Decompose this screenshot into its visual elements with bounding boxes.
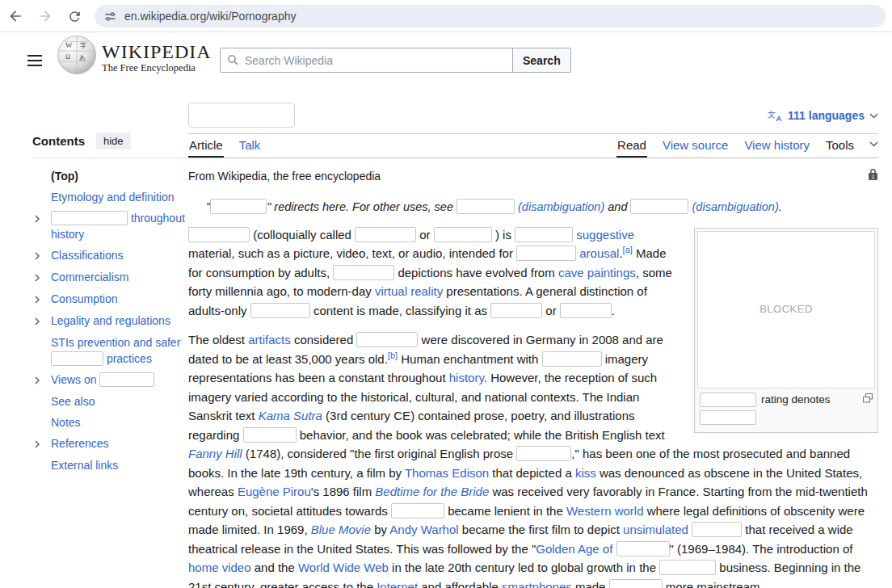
chevron-right-icon[interactable] xyxy=(32,247,51,264)
sidebar-item[interactable]: Legality and regulations xyxy=(32,313,187,330)
redacted-box xyxy=(355,227,416,242)
wiki-link[interactable]: Fanny Hill xyxy=(188,447,242,460)
wiki-link[interactable]: home video xyxy=(188,561,251,574)
sidebar-item-label: (Top) xyxy=(51,168,187,184)
sidebar-item[interactable]: Notes xyxy=(32,414,187,430)
forward-button[interactable] xyxy=(36,7,54,25)
blocked-image[interactable]: BLOCKED xyxy=(697,231,875,388)
tab-tools[interactable]: Tools xyxy=(825,134,855,158)
sidebar-item[interactable]: Classifications xyxy=(32,247,187,264)
hide-button[interactable]: hide xyxy=(96,132,131,149)
redacted-box xyxy=(51,351,103,366)
site-settings-icon[interactable] xyxy=(104,10,116,23)
sidebar-item[interactable]: Commercialism xyxy=(32,269,187,286)
sidebar-item-indent xyxy=(32,334,51,337)
wiki-link[interactable]: smartphones xyxy=(502,580,572,588)
forward-arrow-icon xyxy=(37,8,53,24)
tab-article[interactable]: Article xyxy=(188,134,224,158)
svg-text:あ: あ xyxy=(79,54,86,61)
image-caption: rating denotes xyxy=(697,388,875,430)
reference-link[interactable]: [b] xyxy=(388,351,398,360)
wikipedia-wordmark[interactable]: WIKIPEDIA The Free Encyclopedia xyxy=(102,42,212,74)
sidebar-item-label: throughout history xyxy=(51,210,187,242)
reload-button[interactable] xyxy=(65,7,83,25)
sidebar-item[interactable]: See also xyxy=(32,393,187,410)
hamburger-menu-icon[interactable] xyxy=(27,52,45,69)
search-input-container xyxy=(220,48,513,73)
address-bar[interactable]: en.wikipedia.org/wiki/Pornography xyxy=(95,5,886,27)
article-body: "" redirects here. For other uses, see (… xyxy=(188,198,878,588)
sidebar-item-label: Views on xyxy=(51,372,187,388)
redacted-box xyxy=(99,372,154,387)
tab-read[interactable]: Read xyxy=(616,134,647,158)
wiki-link[interactable]: Andy Warhol xyxy=(389,523,458,536)
redacted-box xyxy=(516,246,576,261)
wiki-link[interactable]: Blue Movie xyxy=(311,523,371,536)
enlarge-icon[interactable] xyxy=(863,393,873,407)
wiki-link[interactable]: Eugène Pirou xyxy=(238,485,311,498)
sidebar-item[interactable]: External links xyxy=(32,457,187,473)
back-button[interactable] xyxy=(6,7,24,25)
sidebar-item[interactable]: STIs prevention and safer practices xyxy=(32,334,187,367)
wiki-link[interactable]: Thomas Edison xyxy=(405,466,489,480)
chevron-down-icon xyxy=(869,113,878,119)
wiki-link[interactable]: suggestive xyxy=(576,228,634,242)
sidebar-item[interactable]: Consumption xyxy=(32,291,187,308)
chevron-right-icon[interactable] xyxy=(32,435,51,452)
caption-row xyxy=(700,410,873,425)
wiki-link[interactable]: history xyxy=(449,371,484,384)
redacted-box xyxy=(188,227,250,242)
browser-window: en.wikipedia.org/wiki/Pornography W 字 Ω … xyxy=(0,0,892,588)
tab-view-source[interactable]: View source xyxy=(662,134,729,158)
chevron-right-icon[interactable] xyxy=(32,372,51,388)
wiki-link[interactable]: World Wide Web xyxy=(298,561,389,574)
tab-talk[interactable]: Talk xyxy=(238,134,262,158)
right-tabs: Read View source View history Tools xyxy=(616,134,878,158)
infobox: BLOCKED rating denotes xyxy=(694,228,878,433)
wiki-link[interactable]: (disambiguation) xyxy=(518,200,604,213)
redacted-box xyxy=(659,560,716,575)
svg-text:A: A xyxy=(776,114,781,122)
languages-button[interactable]: 文A 111 languages xyxy=(768,109,878,122)
wiki-link[interactable]: Golden Age of xyxy=(536,542,612,556)
reference-link[interactable]: [a] xyxy=(623,245,633,254)
wiki-link[interactable]: virtual reality xyxy=(375,284,443,298)
redacted-box xyxy=(490,303,542,318)
chevron-right-icon[interactable] xyxy=(32,269,51,286)
wiki-link[interactable]: arousal xyxy=(579,246,619,260)
sidebar-item-label: Consumption xyxy=(51,291,187,307)
wiki-link[interactable]: unsimulated xyxy=(623,523,688,536)
tab-view-history[interactable]: View history xyxy=(743,134,810,158)
sidebar-item[interactable]: (Top) xyxy=(32,168,187,184)
search-input[interactable] xyxy=(245,54,506,67)
sidebar-item[interactable]: throughout history xyxy=(32,210,187,242)
languages-label: 111 languages xyxy=(788,109,865,122)
chevron-right-icon[interactable] xyxy=(32,210,51,227)
redacted-box xyxy=(560,303,612,318)
search-button[interactable]: Search xyxy=(512,48,571,73)
sidebar-item[interactable]: Views on xyxy=(32,372,187,388)
wiki-link[interactable]: Internet xyxy=(377,580,418,588)
wiki-link[interactable]: (disambiguation) xyxy=(692,200,779,213)
wiki-link[interactable]: kiss xyxy=(575,466,596,480)
reference-sup: [b] xyxy=(388,351,398,360)
wiki-link[interactable]: Bedtime for the Bride xyxy=(375,485,489,498)
wiki-link[interactable]: Kama Sutra xyxy=(259,409,322,422)
redacted-box xyxy=(700,410,756,425)
sidebar-item[interactable]: References xyxy=(32,435,187,452)
sidebar-item[interactable]: Etymology and definition xyxy=(32,189,187,205)
wikipedia-globe-logo[interactable]: W 字 Ω あ xyxy=(57,35,97,75)
redacted-box xyxy=(616,541,670,556)
wiki-link[interactable]: Western world xyxy=(566,504,644,518)
wiki-link[interactable]: artifacts xyxy=(248,333,291,346)
redacted-box xyxy=(700,393,756,407)
chevron-right-icon[interactable] xyxy=(32,313,51,330)
redacted-box xyxy=(542,351,602,367)
contents-header: Contents hide xyxy=(32,132,187,158)
redacted-box xyxy=(333,265,394,280)
page-protection-lock-icon[interactable] xyxy=(868,168,878,184)
wiki-link[interactable]: cave paintings xyxy=(558,266,636,279)
svg-text:文: 文 xyxy=(768,110,776,119)
chevron-right-icon[interactable] xyxy=(32,291,51,308)
tools-chevron-down-icon[interactable] xyxy=(869,136,878,158)
